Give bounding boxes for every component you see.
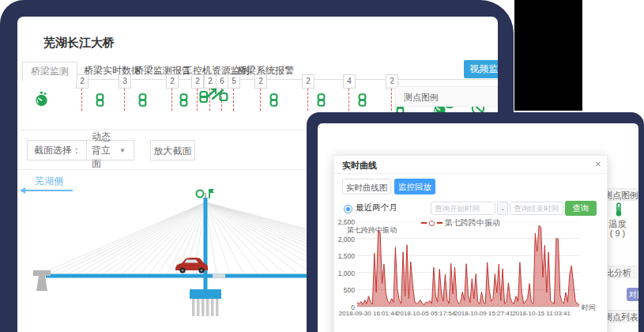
compare-analysis-button[interactable]: 对比分析 <box>627 288 638 301</box>
y-tick: 2,000 <box>334 236 355 243</box>
x-tick: 2018-09-30 16:01:44 <box>338 310 398 317</box>
sensor-link-icon[interactable] <box>357 93 367 110</box>
tab-bridge-monitor[interactable]: 桥梁监测 <box>22 62 77 81</box>
x-tick: 2018-10-15 11:03:41 <box>511 310 571 317</box>
tab-realtime-curve[interactable]: 实时曲线图 <box>342 179 391 194</box>
y-tick: 500 <box>334 286 355 294</box>
deck-expansion-joint <box>213 274 225 278</box>
screen: 芜湖长江大桥 桥梁监测 桥梁实时数据 桥梁监测报告 工控机资源监测 桥梁系统报警… <box>0 0 644 332</box>
sensor-stopwatch-icon[interactable] <box>35 92 48 110</box>
sensor-row: 2 3 2 2265 2 2 4 2 <box>17 17 498 126</box>
sensor-dashed-line <box>260 89 261 111</box>
sensor-dashed-line <box>124 89 125 111</box>
sensor-count-badge: 2 <box>76 74 89 89</box>
abutment-pier <box>36 276 47 291</box>
sensor-count-badge: 2 <box>254 74 267 89</box>
date-range-separator: - <box>497 202 508 215</box>
pier-cap <box>190 289 221 299</box>
sensor-count-badge: 4 <box>343 74 356 89</box>
desktop-black-area <box>514 0 582 111</box>
dialog-title-divider <box>334 173 607 174</box>
sensor-count-badge: 3 <box>119 74 131 89</box>
section-select-dropdown[interactable]: 动态背立面 ▼ <box>86 141 134 160</box>
sensor-dashed-line <box>233 89 234 111</box>
radio-last-two-months[interactable] <box>344 205 352 213</box>
section-select-label: 截面选择： <box>28 144 86 157</box>
sensor-link-icon[interactable] <box>316 93 326 110</box>
y-tick: 1,000 <box>334 270 355 277</box>
sensor-count-badge: 2 <box>166 74 179 89</box>
sensor-link-icon[interactable] <box>137 93 148 110</box>
chevron-down-icon: ▼ <box>119 147 129 154</box>
chart-plot <box>357 221 579 307</box>
chart-x-axis-title: 时间 <box>582 303 596 313</box>
y-tick: 2,500 <box>334 218 355 226</box>
x-tick: 2018-10-09 15:27:41 <box>454 310 514 317</box>
popup-window-frame: 测点图例 温度 ( 9 ) 对比分析 对比分析 故障测点列表 实时曲线 × 实时… <box>307 112 644 332</box>
sensor-dashed-line <box>197 89 198 111</box>
section-select-value: 动态背立面 <box>92 130 111 171</box>
sensor-link-icon[interactable] <box>269 93 279 110</box>
section-select-group: 截面选择： 动态背立面 ▼ <box>27 140 134 160</box>
sensor-dashed-line <box>171 89 172 111</box>
popup-window: 测点图例 温度 ( 9 ) 对比分析 对比分析 故障测点列表 实时曲线 × 实时… <box>318 123 638 332</box>
radio-label: 最近两个月 <box>356 202 397 213</box>
realtime-curve-dialog: 实时曲线 × 实时曲线图 监控回放 最近两个月 - 查询 第七跨跨中振动 第七跨… <box>333 155 608 332</box>
sensor-link-icon[interactable] <box>179 93 189 110</box>
sensor-wind-icon[interactable] <box>199 85 229 106</box>
sensor-dashed-line <box>307 89 308 111</box>
car <box>175 258 208 274</box>
tower-flag-icon <box>209 189 214 193</box>
sensor-link-icon[interactable] <box>95 93 105 110</box>
tower-gps-icon[interactable] <box>197 191 204 198</box>
sensor-dashed-line <box>81 89 82 111</box>
query-end-input[interactable] <box>510 202 563 215</box>
sensor-count-badge: 5 <box>228 74 240 89</box>
sensor-count-badge: 2 <box>302 74 314 89</box>
y-tick: 1,500 <box>334 252 355 260</box>
enlarge-section-button[interactable]: 放大截面 <box>150 140 195 160</box>
legend-panel-header: 测点图例 <box>395 86 498 107</box>
thermometer-icon[interactable] <box>614 202 623 217</box>
close-icon[interactable]: × <box>595 158 601 170</box>
abutment-cap <box>33 270 51 276</box>
query-start-input[interactable] <box>431 202 495 215</box>
query-button[interactable]: 查询 <box>565 201 597 216</box>
dialog-title: 实时曲线 <box>342 160 377 172</box>
tab-monitor-playback[interactable]: 监控回放 <box>394 179 435 194</box>
x-tick: 2018-10-05 05:17:54 <box>396 310 456 317</box>
bridge-side-label: 芜湖侧 <box>35 175 63 188</box>
sensor-dashed-line <box>391 89 392 111</box>
foundation-piles <box>192 299 219 316</box>
chart-series <box>357 225 579 307</box>
sensor-dashed-line <box>348 89 349 111</box>
